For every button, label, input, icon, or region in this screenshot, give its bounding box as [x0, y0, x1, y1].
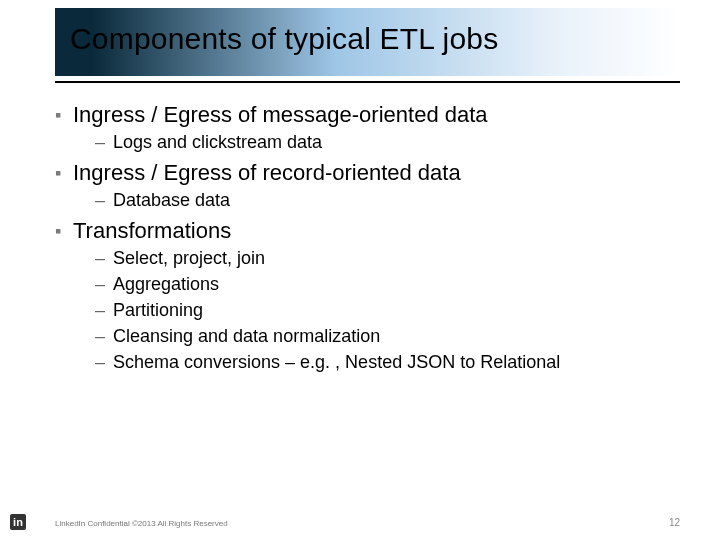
slide-title: Components of typical ETL jobs [70, 22, 680, 56]
dash-bullet-icon: – [95, 299, 113, 322]
bullet-level2: – Logs and clickstream data [95, 131, 680, 154]
square-bullet-icon: ▪ [55, 218, 73, 244]
bullet-text: Logs and clickstream data [113, 131, 322, 154]
square-bullet-icon: ▪ [55, 160, 73, 186]
bullet-text: Cleansing and data normalization [113, 325, 380, 348]
slide: Components of typical ETL jobs ▪ Ingress… [0, 0, 720, 540]
dash-bullet-icon: – [95, 273, 113, 296]
bullet-text: Ingress / Egress of record-oriented data [73, 160, 461, 186]
dash-bullet-icon: – [95, 351, 113, 374]
bullet-level1: ▪ Ingress / Egress of message-oriented d… [55, 102, 680, 128]
bullet-level2: – Cleansing and data normalization [95, 325, 680, 348]
bullet-level1: ▪ Ingress / Egress of record-oriented da… [55, 160, 680, 186]
bullet-text: Database data [113, 189, 230, 212]
bullet-level2: – Partitioning [95, 299, 680, 322]
title-divider [55, 81, 680, 83]
bullet-text: Ingress / Egress of message-oriented dat… [73, 102, 488, 128]
dash-bullet-icon: – [95, 189, 113, 212]
slide-footer: LinkedIn Confidential ©2013 All Rights R… [55, 510, 680, 530]
linkedin-logo-icon: in [10, 514, 26, 530]
bullet-text: Schema conversions – e.g. , Nested JSON … [113, 351, 560, 374]
page-number: 12 [669, 517, 680, 528]
bullet-level2: – Aggregations [95, 273, 680, 296]
bullet-level2: – Select, project, join [95, 247, 680, 270]
bullet-text: Aggregations [113, 273, 219, 296]
bullet-level1: ▪ Transformations [55, 218, 680, 244]
dash-bullet-icon: – [95, 247, 113, 270]
bullet-text: Partitioning [113, 299, 203, 322]
bullet-text: Select, project, join [113, 247, 265, 270]
dash-bullet-icon: – [95, 131, 113, 154]
square-bullet-icon: ▪ [55, 102, 73, 128]
footer-copyright: LinkedIn Confidential ©2013 All Rights R… [55, 519, 228, 528]
bullet-level2: – Schema conversions – e.g. , Nested JSO… [95, 351, 680, 374]
dash-bullet-icon: – [95, 325, 113, 348]
bullet-level2: – Database data [95, 189, 680, 212]
slide-body: ▪ Ingress / Egress of message-oriented d… [55, 96, 680, 500]
bullet-text: Transformations [73, 218, 231, 244]
